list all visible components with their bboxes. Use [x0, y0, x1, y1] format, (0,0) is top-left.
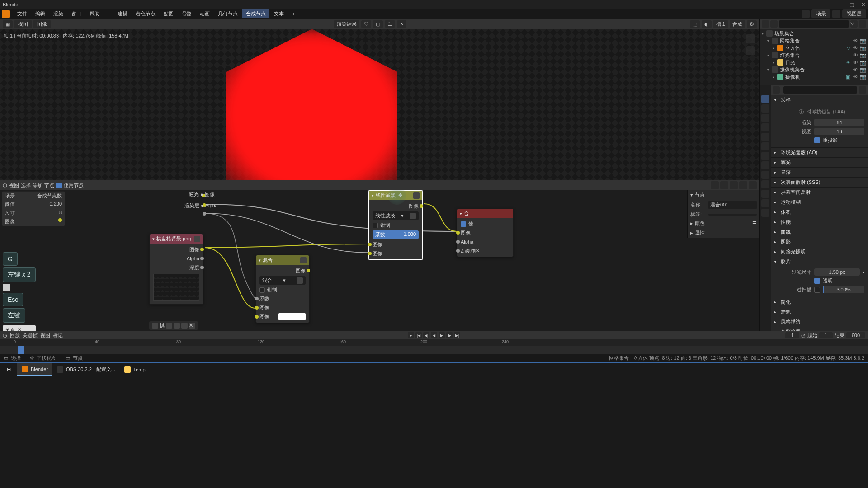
timeline-menu[interactable]: 关键帧 — [23, 332, 38, 339]
new-collection-icon[interactable] — [859, 20, 866, 28]
viewlayer-tab-icon[interactable] — [761, 114, 769, 122]
node-menu[interactable]: 添加 — [33, 182, 42, 189]
filter-size-input[interactable]: 1.50 px — [814, 268, 860, 276]
editor-type-icon[interactable]: ◷ — [3, 333, 7, 338]
outliner-item[interactable]: 网格集合 — [780, 38, 853, 44]
outliner-search[interactable] — [779, 20, 849, 28]
outliner-item[interactable]: 场景集合 — [774, 30, 866, 37]
panel-header[interactable]: ▾胶片 — [771, 257, 868, 267]
render-region-icon[interactable]: ⬚ — [690, 20, 700, 28]
outliner-item[interactable]: 摄像机 — [785, 74, 846, 80]
unlink-icon[interactable]: ✕ — [397, 20, 406, 28]
panel-header[interactable]: ▸曲线 — [771, 227, 868, 237]
pin-icon[interactable]: ♡ — [361, 20, 371, 28]
overlay-icon[interactable] — [739, 181, 747, 189]
gear-icon[interactable] — [749, 181, 757, 189]
channels-icon[interactable]: ◐ — [702, 20, 712, 28]
clamp-checkbox[interactable]: 钳制 — [257, 286, 308, 294]
color-swatch[interactable] — [278, 313, 306, 320]
toggle-visible-icon[interactable]: 👁 — [853, 45, 858, 51]
windows-taskbar[interactable]: ⊞ BlenderOBS 30.2.2 - 配置文...Temp — [0, 362, 868, 376]
jump-end-icon[interactable]: ▶| — [454, 332, 460, 338]
partial-node[interactable]: 场景...合成节点数 阈值0.200 尺寸8 图像 — [2, 191, 65, 226]
particle-tab-icon[interactable] — [761, 161, 769, 169]
blend-mode-dropdown[interactable]: 混合▾ — [259, 276, 306, 285]
node-label-input[interactable] — [708, 214, 757, 216]
menu-render[interactable]: 渲染 — [50, 9, 67, 18]
panel-header[interactable]: ▸辉光 — [771, 158, 868, 167]
toggle-visible-icon[interactable]: 👁 — [853, 52, 858, 58]
outliner-item[interactable]: 灯光集合 — [780, 52, 853, 59]
properties-tabs[interactable] — [760, 85, 771, 337]
workspace-tab[interactable]: 几何节点 — [214, 9, 241, 18]
gear-icon[interactable]: ⚙ — [747, 20, 757, 28]
end-frame-input[interactable]: 600 — [846, 332, 865, 338]
panel-header[interactable]: ▸风格描边 — [771, 317, 868, 327]
workspace-tab[interactable]: 着色节点 — [132, 9, 159, 18]
render-tab-icon[interactable] — [761, 95, 769, 103]
toggle-render-icon[interactable]: 📷 — [860, 52, 866, 58]
workspace-tab-active[interactable]: 合成节点 — [242, 9, 269, 18]
toggle-visible-icon[interactable]: 👁 — [853, 60, 858, 66]
node-sidebar[interactable]: ▾节点 名称:混合001 标签: ▸颜色☰ ▸属性 — [687, 190, 760, 238]
panel-header[interactable]: ▸阴影 — [771, 237, 868, 247]
slot-dropdown[interactable]: 槽 1 — [713, 20, 728, 28]
pass-dropdown[interactable]: 合成 — [730, 20, 745, 28]
timeline-menu[interactable]: 回放 — [10, 332, 20, 339]
blend-mode-dropdown[interactable]: 线性减淡▾ — [373, 211, 419, 220]
transparent-checkbox[interactable] — [814, 278, 820, 284]
autokey-icon[interactable]: ● — [408, 332, 414, 338]
menu-edit[interactable]: 编辑 — [32, 9, 49, 18]
panel-header[interactable]: ▸屏幕空间反射 — [771, 188, 868, 197]
editor-type-icon[interactable]: ⬡ — [3, 183, 7, 188]
display-mode-icon[interactable] — [770, 20, 778, 28]
workspace-add[interactable]: + — [288, 10, 298, 18]
editor-type-icon[interactable] — [762, 20, 769, 28]
timeline-menu[interactable]: 标记 — [53, 332, 63, 339]
panel-header[interactable]: ▸体积 — [771, 207, 868, 217]
panel-header[interactable]: ▸环境光遮蔽 (AO) — [771, 148, 868, 157]
panel-header[interactable]: ▸简化 — [771, 297, 868, 307]
viewlayer-icon[interactable] — [832, 10, 840, 18]
reprojection-checkbox[interactable] — [814, 137, 820, 143]
output-tab-icon[interactable] — [761, 104, 769, 113]
mix-node[interactable]: ▾混合 图像 混合▾ 钳制 系数 图像 图像 — [255, 255, 310, 323]
socket-out[interactable] — [203, 203, 206, 207]
close-icon[interactable]: ✕ — [861, 2, 865, 8]
maximize-icon[interactable]: ▢ — [849, 2, 854, 8]
overscan-checkbox[interactable] — [814, 287, 820, 293]
object-tab-icon[interactable] — [761, 142, 769, 150]
image-slot-label[interactable]: 渲染结果 — [334, 20, 359, 28]
pan-icon[interactable] — [746, 46, 755, 55]
physics-tab-icon[interactable] — [761, 171, 769, 179]
outliner[interactable]: ▽ ▾场景集合 ▾网格集合👁📷▸立方体▽👁📷▾灯光集合👁📷▸日光☀👁📷▾摄像机集… — [760, 19, 868, 85]
preview-icon[interactable] — [413, 192, 420, 199]
compositor-node-editor[interactable]: ⬡ 视图 选择 添加 节点 使用节点 — [0, 180, 760, 331]
toggle-render-icon[interactable]: 📷 — [860, 45, 866, 51]
next-key-icon[interactable]: |▶ — [446, 332, 453, 338]
workspace-tab[interactable]: 贴图 — [160, 9, 177, 18]
zoom-icon[interactable] — [746, 34, 755, 43]
outliner-item[interactable]: 日光 — [785, 59, 846, 66]
node-menu[interactable]: 节点 — [44, 182, 54, 189]
menu-window[interactable]: 窗口 — [68, 9, 85, 18]
socket-out[interactable] — [203, 212, 206, 216]
scene-dropdown[interactable]: 场景 — [811, 9, 830, 18]
play-icon[interactable]: ▶ — [439, 332, 445, 338]
node-name-input[interactable]: 混合001 — [708, 201, 757, 209]
clock-icon[interactable]: ◷ — [801, 333, 806, 338]
preview-icon[interactable] — [300, 257, 307, 263]
use-nodes-checkbox[interactable] — [56, 183, 62, 188]
toggle-render-icon[interactable]: 📷 — [860, 74, 866, 80]
options-icon[interactable] — [859, 86, 866, 94]
image-datablock-footer[interactable]: 棋 ✕ — [149, 321, 198, 330]
panel-header[interactable]: ▸次表面散射 (SSS) — [771, 178, 868, 187]
menu-help[interactable]: 帮助 — [86, 9, 103, 18]
timeline-menu[interactable]: 视图 — [40, 332, 50, 339]
play-reverse-icon[interactable]: ◀ — [431, 332, 437, 338]
overscan-slider[interactable]: 3.00% — [823, 286, 864, 293]
viewport-samples-input[interactable]: 16 — [814, 128, 864, 135]
panel-header[interactable]: ▾采样 — [771, 95, 868, 105]
material-tab-icon[interactable] — [761, 199, 769, 207]
prev-key-icon[interactable]: ◀| — [423, 332, 429, 338]
